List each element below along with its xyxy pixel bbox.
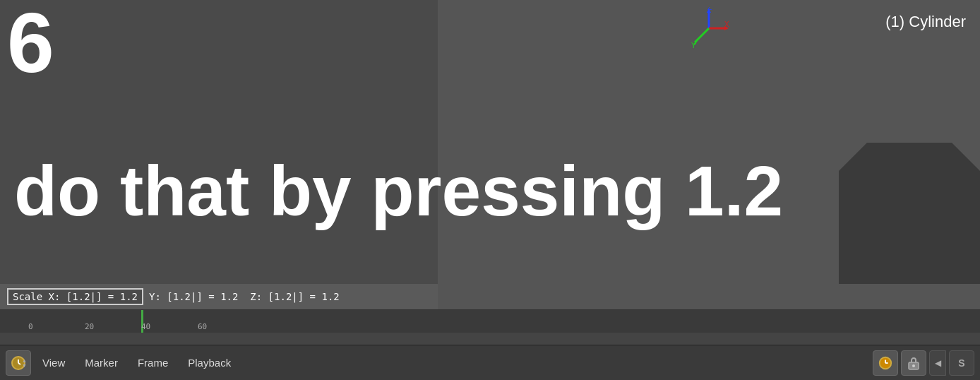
main-container: 6 Scale X: [1.2|] = 1.2 Y: [1.2|] = 1.2 … (0, 0, 980, 380)
view-menu-btn[interactable]: View (34, 354, 73, 372)
left-panel: 6 Scale X: [1.2|] = 1.2 Y: [1.2|] = 1.2 … (0, 0, 438, 309)
lock-btn[interactable] (901, 350, 926, 376)
scale-bar: Scale X: [1.2|] = 1.2 Y: [1.2|] = 1.2 Z:… (0, 284, 438, 309)
axis-svg: X Z Y (688, 7, 730, 49)
svg-text:Y: Y (691, 42, 696, 49)
scale-x-input[interactable]: Scale X: [1.2|] = 1.2 (7, 288, 143, 305)
svg-text:Z: Z (707, 7, 712, 11)
playback-menu-btn[interactable]: Playback (179, 354, 239, 372)
left-arrow-btn[interactable]: ◀ (929, 350, 946, 376)
clock-icon-2 (878, 355, 893, 371)
cylinder-bg (839, 143, 980, 284)
frame-num-0: 0 (28, 322, 33, 331)
timeline-track: 0 20 40 60 (0, 310, 980, 333)
svg-text:X: X (724, 20, 729, 28)
frame-num-40: 40 (141, 322, 150, 331)
scale-y-label: Y: [1.2|] = 1.2 Z: [1.2|] = 1.2 (149, 291, 340, 302)
clock-btn-2[interactable] (873, 350, 898, 376)
stepper-arrows: ▲ ▼ (22, 351, 30, 375)
viewport-section: 6 Scale X: [1.2|] = 1.2 Y: [1.2|] = 1.2 … (0, 0, 980, 309)
lock-icon (907, 355, 921, 371)
bottom-toolbar: ▲ ▼ View Marker Frame Playback (0, 345, 980, 380)
frame-num-60: 60 (198, 322, 207, 331)
svg-line-4 (695, 28, 709, 42)
number-display: 6 (7, 0, 54, 85)
cylinder-label: (1) Cylinder (885, 13, 966, 31)
axis-indicator: X Z Y (688, 7, 730, 49)
timeline-section[interactable]: 0 20 40 60 (0, 309, 980, 345)
clock-stepper-btn[interactable]: ▲ ▼ (6, 350, 31, 376)
s-button[interactable]: S (949, 350, 974, 376)
toolbar-right: ◀ S (873, 350, 974, 376)
marker-menu-btn[interactable]: Marker (76, 354, 126, 372)
frame-num-20: 20 (85, 322, 94, 331)
frame-menu-btn[interactable]: Frame (129, 354, 177, 372)
right-panel: X Z Y (1) Cylinder (438, 0, 980, 309)
svg-point-16 (912, 364, 915, 367)
